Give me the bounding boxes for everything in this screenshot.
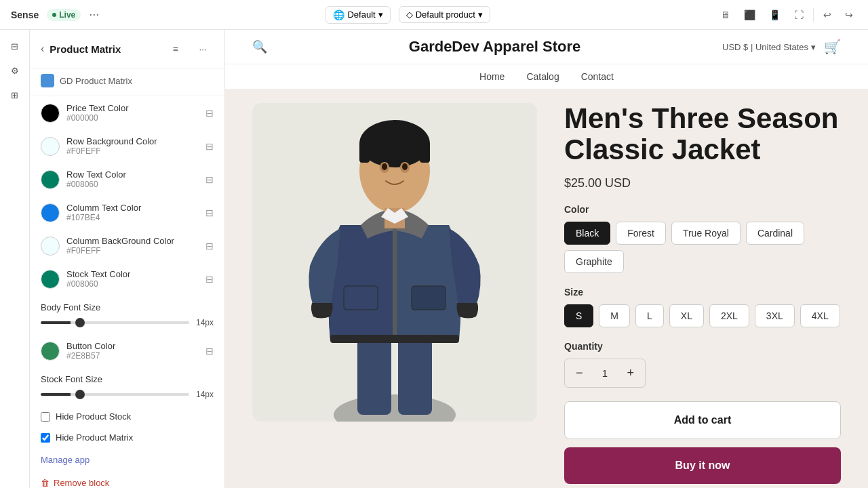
product-image: [252, 103, 537, 422]
sidebar-panel: ‹ Product Matrix ≡ ··· GD Product Matrix: [30, 30, 225, 488]
tablet-view-button[interactable]: ⬛: [740, 7, 760, 23]
color-option-true-royal[interactable]: True Royal: [671, 222, 741, 245]
price-text-color-item[interactable]: Price Text Color #000000 ⊟: [30, 96, 224, 129]
live-dot: [52, 13, 56, 17]
remove-block-section[interactable]: 🗑 Remove block: [30, 471, 224, 488]
cart-icon[interactable]: 🛒: [824, 39, 841, 55]
product-details: Men's Three Season Classic Jacket $25.00…: [564, 103, 841, 484]
manage-app-link[interactable]: Manage app: [41, 455, 90, 465]
app-name: Sense: [11, 9, 39, 20]
list-view-button[interactable]: ≡: [165, 38, 186, 60]
sidebar-more-button[interactable]: ···: [192, 38, 214, 60]
default-button[interactable]: 🌐 Default ▾: [326, 6, 390, 24]
quantity-label: Quantity: [564, 341, 841, 352]
sidebar-app-row: GD Product Matrix: [30, 68, 224, 96]
hide-product-stock-checkbox[interactable]: [41, 412, 50, 422]
price-text-color-value: #000000: [66, 113, 129, 123]
stock-font-size-label: Stock Font Size: [41, 374, 214, 384]
svg-rect-7: [412, 286, 446, 310]
size-option-2xl[interactable]: 2XL: [709, 304, 749, 327]
hide-product-stock-label[interactable]: Hide Product Stock: [56, 411, 131, 422]
live-label: Live: [59, 10, 75, 20]
button-color-label: Button Color: [66, 341, 115, 351]
hide-product-matrix-checkbox[interactable]: [41, 433, 50, 443]
db-icon-3: ⊟: [205, 207, 214, 218]
column-bg-color-item[interactable]: Columm BackGround Color #F0FEFF ⊟: [30, 229, 224, 262]
remove-block-label: Remove block: [54, 478, 109, 488]
svg-rect-5: [330, 335, 459, 343]
db-icon-5: ⊟: [205, 274, 214, 285]
quantity-decrease-button[interactable]: −: [565, 359, 594, 387]
hide-product-matrix-row: Hide Product Matrix: [30, 427, 224, 448]
color-option-black[interactable]: Black: [564, 222, 610, 245]
db-icon-4: ⊟: [205, 241, 214, 251]
svg-point-15: [402, 163, 408, 170]
nav-catalog[interactable]: Catalog: [526, 71, 559, 82]
undo-button[interactable]: ↩: [819, 7, 835, 23]
product-image-container: [252, 103, 537, 422]
more-button[interactable]: ···: [89, 7, 99, 22]
color-option-graphite[interactable]: Graphite: [564, 250, 624, 273]
svg-point-14: [382, 163, 387, 170]
search-icon[interactable]: 🔍: [252, 39, 267, 54]
row-bg-color-label: Row Background Color: [66, 136, 157, 146]
body-font-size-label: Body Font Size: [41, 302, 214, 312]
hide-product-stock-row: Hide Product Stock: [30, 406, 224, 427]
quantity-control: − 1 +: [564, 359, 646, 388]
column-text-color-item[interactable]: Columm Text Color #107BE4 ⊟: [30, 196, 224, 229]
button-color-item[interactable]: Button Color #2E8B57 ⊟: [30, 334, 224, 367]
nav-contact[interactable]: Contact: [581, 71, 614, 82]
currency-button[interactable]: USD $ | United States ▾: [722, 42, 816, 52]
back-button[interactable]: ‹: [41, 43, 44, 55]
hide-product-matrix-label[interactable]: Hide Product Matrix: [56, 432, 133, 443]
color-option-cardinal[interactable]: Cardinal: [746, 222, 804, 245]
default-product-button[interactable]: ◇ Default product ▾: [399, 6, 490, 23]
color-options-row: Black Forest True Royal Cardinal Graphit…: [564, 222, 841, 273]
add-to-cart-button[interactable]: Add to cart: [564, 401, 841, 439]
price-text-color-swatch: [41, 104, 60, 123]
column-bg-color-swatch: [41, 237, 60, 256]
column-text-color-label: Columm Text Color: [66, 203, 141, 213]
stock-text-color-item[interactable]: Stock Text Color #008060 ⊟: [30, 262, 224, 296]
buy-now-button[interactable]: Buy it now: [564, 447, 841, 484]
nav-layers-button[interactable]: ⊟: [4, 35, 26, 57]
row-text-color-item[interactable]: Row Text Color #008060 ⊟: [30, 163, 224, 196]
stock-text-color-swatch: [41, 270, 60, 289]
product-title: Men's Three Season Classic Jacket: [564, 103, 841, 165]
size-option-4xl[interactable]: 4XL: [800, 304, 840, 327]
chevron-down-icon: ▾: [378, 9, 383, 20]
trash-icon: 🗑: [41, 478, 50, 488]
db-icon-1: ⊟: [205, 141, 214, 152]
chevron-down-icon-2: ▾: [478, 9, 483, 20]
nav-settings-button[interactable]: ⚙: [4, 60, 26, 81]
main-layout: ⊟ ⚙ ⊞ ‹ Product Matrix ≡ ··· GD Product …: [0, 30, 868, 488]
svg-rect-10: [359, 142, 370, 163]
expand-button[interactable]: ⛶: [790, 7, 808, 23]
row-bg-color-value: #F0FEFF: [66, 146, 157, 156]
app-name-label: GD Product Matrix: [60, 76, 132, 86]
quantity-value: 1: [594, 367, 616, 379]
row-text-color-value: #008060: [66, 180, 126, 189]
icon-nav-strip: ⊟ ⚙ ⊞: [0, 30, 30, 488]
size-label: Size: [564, 287, 841, 298]
size-option-l[interactable]: L: [635, 304, 664, 327]
row-bg-color-item[interactable]: Row Background Color #F0FEFF ⊟: [30, 129, 224, 163]
stock-font-size-value: 14px: [196, 390, 214, 399]
app-icon: [41, 74, 54, 87]
nav-apps-button[interactable]: ⊞: [4, 84, 26, 106]
button-color-value: #2E8B57: [66, 351, 115, 361]
quantity-increase-button[interactable]: +: [616, 359, 645, 387]
left-panel: ⊟ ⚙ ⊞ ‹ Product Matrix ≡ ··· GD Product …: [0, 30, 225, 488]
nav-home[interactable]: Home: [479, 71, 505, 82]
color-option-forest[interactable]: Forest: [616, 222, 666, 245]
redo-button[interactable]: ↪: [841, 7, 857, 23]
stock-font-size-slider[interactable]: [41, 393, 189, 396]
sidebar-title: Product Matrix: [50, 43, 121, 55]
desktop-view-button[interactable]: 🖥: [717, 7, 734, 23]
body-font-size-slider[interactable]: [41, 321, 189, 324]
mobile-view-button[interactable]: 📱: [765, 7, 785, 23]
size-option-3xl[interactable]: 3XL: [755, 304, 795, 327]
size-option-xl[interactable]: XL: [669, 304, 704, 327]
size-option-m[interactable]: M: [599, 304, 630, 327]
size-option-s[interactable]: S: [564, 304, 593, 327]
